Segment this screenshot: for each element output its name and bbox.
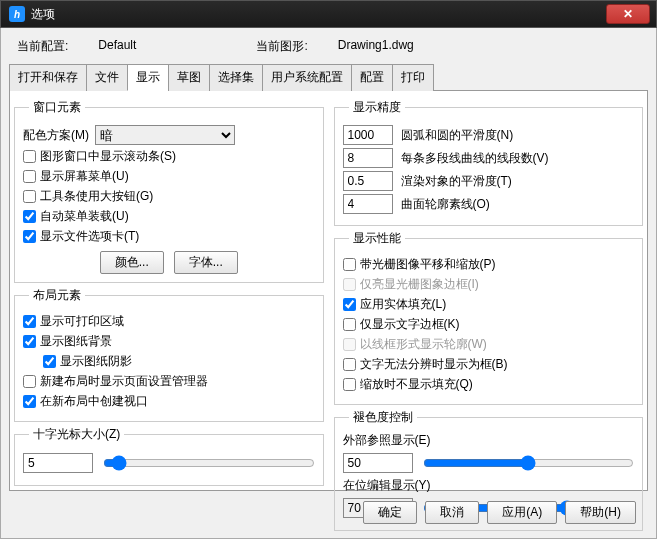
- crosshair-slider[interactable]: [103, 454, 315, 472]
- tabs: 打开和保存 文件 显示 草图 选择集 用户系统配置 配置 打印: [9, 63, 648, 91]
- performance-legend: 显示性能: [349, 230, 405, 247]
- precision-legend: 显示精度: [349, 99, 405, 116]
- wireframe-check: [343, 338, 356, 351]
- tab-selection[interactable]: 选择集: [209, 64, 263, 91]
- current-config-label: 当前配置:: [17, 38, 68, 55]
- crosshair-group: 十字光标大小(Z) 5: [14, 426, 324, 486]
- crosshair-value: 5: [23, 453, 93, 473]
- fade-legend: 褪色度控制: [349, 409, 417, 426]
- text-block-check[interactable]: [343, 358, 356, 371]
- current-drawing-value: Drawing1.dwg: [338, 38, 414, 55]
- performance-group: 显示性能 带光栅图像平移和缩放(P) 仅亮显光栅图象边框(I) 应用实体填充(L…: [334, 230, 644, 405]
- help-button[interactable]: 帮助(H): [565, 501, 636, 524]
- xref-fade-label: 外部参照显示(E): [343, 432, 635, 449]
- xref-fade-value: 50: [343, 453, 413, 473]
- tab-print[interactable]: 打印: [392, 64, 434, 91]
- layout-elements-legend: 布局元素: [29, 287, 85, 304]
- raster-frame-check: [343, 278, 356, 291]
- render-smoothness-input[interactable]: [343, 171, 393, 191]
- window-title: 选项: [31, 6, 55, 23]
- current-drawing-label: 当前图形:: [256, 38, 307, 55]
- tab-user-prefs[interactable]: 用户系统配置: [262, 64, 352, 91]
- print-area-check[interactable]: [23, 315, 36, 328]
- tab-drafting[interactable]: 草图: [168, 64, 210, 91]
- tab-files[interactable]: 文件: [86, 64, 128, 91]
- viewport-check[interactable]: [23, 395, 36, 408]
- current-config-value: Default: [98, 38, 136, 55]
- color-scheme-select[interactable]: 暗: [95, 125, 235, 145]
- window-elements-legend: 窗口元素: [29, 99, 85, 116]
- ok-button[interactable]: 确定: [363, 501, 417, 524]
- pan-raster-check[interactable]: [343, 258, 356, 271]
- app-icon: h: [9, 6, 25, 22]
- crosshair-legend: 十字光标大小(Z): [29, 426, 124, 443]
- file-tabs-check[interactable]: [23, 230, 36, 243]
- solid-fill-check[interactable]: [343, 298, 356, 311]
- arc-smoothness-input[interactable]: [343, 125, 393, 145]
- paper-shadow-check[interactable]: [43, 355, 56, 368]
- color-scheme-label: 配色方案(M): [23, 127, 89, 144]
- window-body: 当前配置: Default 当前图形: Drawing1.dwg 打开和保存 文…: [0, 28, 657, 539]
- auto-menu-check[interactable]: [23, 210, 36, 223]
- screen-menu-check[interactable]: [23, 170, 36, 183]
- polyline-segments-input[interactable]: [343, 148, 393, 168]
- tab-open-save[interactable]: 打开和保存: [9, 64, 87, 91]
- page-setup-check[interactable]: [23, 375, 36, 388]
- cancel-button[interactable]: 取消: [425, 501, 479, 524]
- colors-button[interactable]: 颜色...: [100, 251, 164, 274]
- apply-button[interactable]: 应用(A): [487, 501, 557, 524]
- text-frame-check[interactable]: [343, 318, 356, 331]
- inplace-fade-label: 在位编辑显示(Y): [343, 477, 635, 494]
- paper-bg-check[interactable]: [23, 335, 36, 348]
- scrollbar-check[interactable]: [23, 150, 36, 163]
- layout-elements-group: 布局元素 显示可打印区域 显示图纸背景 显示图纸阴影 新建布局时显示页面设置管理…: [14, 287, 324, 422]
- zoom-fill-check[interactable]: [343, 378, 356, 391]
- window-elements-group: 窗口元素 配色方案(M) 暗 图形窗口中显示滚动条(S) 显示屏幕菜单(U) 工…: [14, 99, 324, 283]
- close-button[interactable]: ✕: [606, 4, 650, 24]
- surface-contour-input[interactable]: [343, 194, 393, 214]
- tab-display[interactable]: 显示: [127, 64, 169, 91]
- precision-group: 显示精度 圆弧和圆的平滑度(N) 每条多段线曲线的线段数(V) 渲染对象的平滑度…: [334, 99, 644, 226]
- xref-fade-slider[interactable]: [423, 454, 635, 472]
- fonts-button[interactable]: 字体...: [174, 251, 238, 274]
- tab-profiles[interactable]: 配置: [351, 64, 393, 91]
- titlebar: h 选项 ✕: [0, 0, 657, 28]
- large-buttons-check[interactable]: [23, 190, 36, 203]
